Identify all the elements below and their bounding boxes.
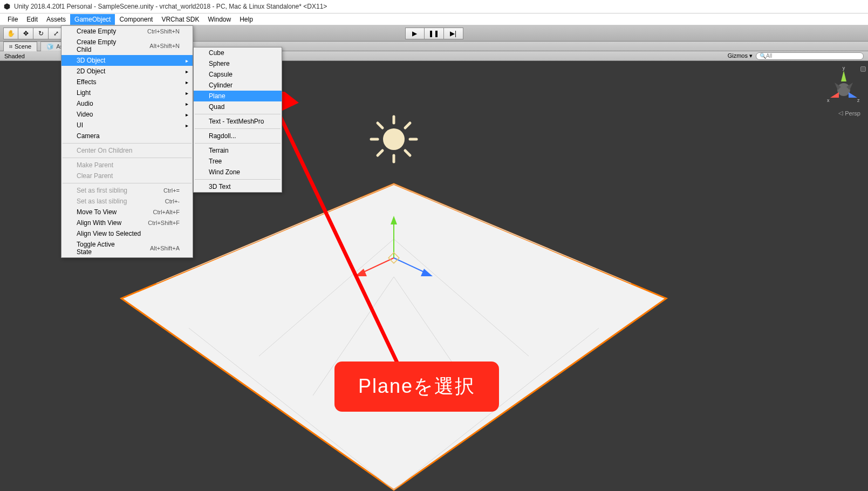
3dobject-menu-terrain[interactable]: Terrain [194,145,282,156]
svg-marker-0 [4,3,10,10]
menu-item-label: Center On Children [77,147,132,154]
gameobject-menu-light[interactable]: Light [61,87,193,98]
svg-point-13 [383,128,405,150]
gameobject-menu-audio[interactable]: Audio [61,98,193,109]
gameobject-menu-create-empty[interactable]: Create EmptyCtrl+Shift+N [61,26,193,37]
step-button[interactable]: ▶| [444,28,463,39]
menu-item-label: Text - TextMeshPro [209,118,264,125]
menu-item-label: Video [77,111,93,118]
projection-label[interactable]: ◁ Persp [838,110,860,117]
menu-separator [63,143,192,144]
rotate-tool[interactable]: ↻ [33,28,49,39]
menu-item-label: Set as last sibling [77,197,127,205]
menu-edit[interactable]: Edit [22,14,42,25]
dropdown-gameobject: Create EmptyCtrl+Shift+NCreate Empty Chi… [61,25,193,258]
hand-icon: ✋ [7,30,15,37]
asset-icon: 🧊 [46,43,54,50]
menu-item-shortcut: Ctrl+Shift+F [148,220,180,226]
menu-window[interactable]: Window [203,14,235,25]
menu-component[interactable]: Component [115,14,157,25]
gameobject-menu-camera[interactable]: Camera [61,131,193,141]
gameobject-menu-move-to-view[interactable]: Move To ViewCtrl+Alt+F [61,207,193,217]
gameobject-menu-align-with-view[interactable]: Align With ViewCtrl+Shift+F [61,217,193,228]
menu-separator [63,158,192,158]
3dobject-menu-capsule[interactable]: Capsule [194,69,282,80]
gameobject-menu-align-view-to-selected[interactable]: Align View to Selected [61,228,193,239]
3dobject-menu-ragdoll-[interactable]: Ragdoll... [194,131,282,141]
gameobject-menu-ui[interactable]: UI [61,120,193,131]
menu-item-shortcut: Alt+Shift+A [150,245,180,251]
orientation-gizmo[interactable]: y x z [825,65,863,108]
menu-item-shortcut: Ctrl+- [165,198,180,204]
svg-text:x: x [827,98,830,103]
svg-point-29 [837,83,850,96]
svg-marker-32 [830,92,839,98]
3dobject-menu-sphere[interactable]: Sphere [194,58,282,69]
3dobject-menu-quad[interactable]: Quad [194,101,282,112]
menu-item-label: UI [77,121,83,129]
step-icon: ▶| [450,30,456,37]
gameobject-menu-toggle-active-state[interactable]: Toggle Active StateAlt+Shift+A [61,239,193,257]
lock-icon[interactable] [860,66,866,72]
menu-item-label: Tree [209,158,222,165]
gameobject-menu-3d-object[interactable]: 3D Object [61,55,193,66]
menu-item-label: Toggle Active State [77,241,128,256]
menu-item-label: Light [77,89,91,97]
move-tool[interactable]: ✥ [18,28,33,39]
menu-help[interactable]: Help [235,14,257,25]
menu-item-label: Align View to Selected [77,230,141,237]
menu-gameobject[interactable]: GameObject [70,14,115,25]
menu-separator [195,143,281,144]
svg-line-20 [405,151,410,155]
gameobject-menu-effects[interactable]: Effects [61,77,193,87]
window-title: Unity 2018.4.20f1 Personal - SampleScene… [14,3,327,10]
gameobject-menu-2d-object[interactable]: 2D Object [61,66,193,77]
3dobject-menu-3d-text[interactable]: 3D Text [194,181,282,192]
pause-icon: ❚❚ [428,30,439,37]
gameobject-menu-create-empty-child[interactable]: Create Empty ChildAlt+Shift+N [61,37,193,55]
3dobject-menu-cylinder[interactable]: Cylinder [194,80,282,91]
3dobject-menu-plane[interactable]: Plane [194,91,282,101]
gameobject-menu-make-parent: Make Parent [61,160,193,171]
hand-tool[interactable]: ✋ [3,28,18,39]
menu-assets[interactable]: Assets [42,14,70,25]
3dobject-menu-text-textmeshpro[interactable]: Text - TextMeshPro [194,116,282,127]
shading-mode[interactable]: Shaded [4,53,25,59]
menu-item-shortcut: Alt+Shift+N [149,43,180,49]
svg-text:y: y [843,65,845,71]
3dobject-menu-cube[interactable]: Cube [194,47,282,58]
gameobject-menu-center-on-children: Center On Children [61,145,193,156]
menu-item-label: Camera [77,132,100,140]
pause-button[interactable]: ❚❚ [425,28,444,39]
scene-search-input[interactable]: 🔍 All [756,52,864,60]
menu-item-label: Move To View [77,208,117,216]
menu-item-label: Align With View [77,219,121,227]
directional-light-icon[interactable] [371,117,416,162]
menu-item-label: Quad [209,103,224,111]
tab-scene[interactable]: ⌗ Scene [3,42,37,51]
dropdown-3d-object: CubeSphereCapsuleCylinderPlaneQuadText -… [193,47,282,193]
svg-marker-34 [849,92,857,98]
menu-file[interactable]: File [3,14,22,25]
gameobject-menu-video[interactable]: Video [61,109,193,120]
3dobject-menu-wind-zone[interactable]: Wind Zone [194,167,282,178]
play-button[interactable]: ▶ [405,28,425,39]
tab-scene-label: Scene [15,43,31,50]
menu-item-label: Create Empty Child [77,38,128,53]
menu-item-label: Audio [77,100,93,107]
move-icon: ✥ [23,30,29,37]
gameobject-menu-set-as-last-sibling: Set as last siblingCtrl+- [61,196,193,207]
svg-text:z: z [857,98,860,103]
svg-marker-30 [841,71,846,81]
scene-icon: ⌗ [9,43,12,50]
menu-item-label: 2D Object [77,67,105,75]
menu-vrchat-sdk[interactable]: VRChat SDK [157,14,203,25]
3dobject-menu-tree[interactable]: Tree [194,156,282,167]
menu-item-label: Cylinder [209,81,233,89]
menu-item-label: Cube [209,49,224,57]
menu-separator [195,128,281,129]
play-icon: ▶ [412,30,417,37]
menu-item-label: Set as first sibling [77,187,127,194]
menu-item-label: Effects [77,78,96,86]
gizmos-dropdown[interactable]: Gizmos ▾ [728,52,753,59]
